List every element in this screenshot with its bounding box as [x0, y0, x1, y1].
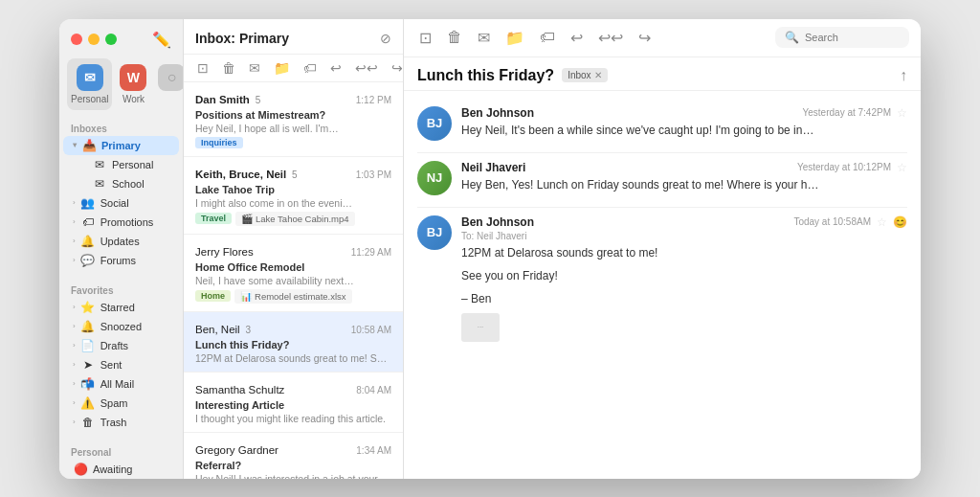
email-item[interactable]: Samantha Schultz 8:04 AM Interesting Art… — [184, 373, 403, 433]
delete-button[interactable]: 🗑 — [218, 58, 239, 78]
email-item-header: Dan Smith 5 1:12 PM — [195, 90, 391, 107]
favorites-section-label: Favorites — [59, 282, 183, 298]
message-meta: Yesterday at 7:42PM ☆ — [803, 106, 907, 120]
message-body: Hey Neil, It's been a while since we've … — [461, 122, 907, 139]
sidebar-item-spam[interactable]: › ⚠️ Spam — [63, 394, 179, 413]
message-sender: Ben Johnson — [461, 106, 534, 120]
archive-detail-button[interactable]: ⊡ — [415, 27, 435, 49]
filter-icon[interactable]: ⊘ — [380, 31, 391, 46]
search-input[interactable] — [805, 32, 900, 43]
chevron-right-icon: › — [73, 198, 76, 207]
message-line-2: See you on Friday! — [461, 267, 907, 284]
inquiries-tag: Inquiries — [195, 137, 243, 148]
compose-toolbar-button[interactable]: ✉ — [245, 58, 264, 78]
message-header: Ben Johnson Today at 10:58AM ☆ 😊 — [461, 215, 907, 229]
message: BJ Ben Johnson Yesterday at 7:42PM ☆ Hey… — [417, 99, 907, 153]
delete-detail-button[interactable]: 🗑 — [443, 27, 466, 48]
forward-button[interactable]: ↪ — [388, 58, 404, 78]
email-count: 5 — [253, 95, 260, 105]
message-thread: BJ Ben Johnson Yesterday at 7:42PM ☆ Hey… — [404, 91, 921, 479]
inbox-badge-close[interactable]: ✕ — [594, 70, 602, 80]
email-subject: Lunch this Friday? — [195, 339, 391, 350]
reply-all-detail-button[interactable]: ↩↩ — [594, 27, 627, 49]
forward-detail-button[interactable]: ↪ — [635, 27, 655, 49]
reply-all-button[interactable]: ↩↩ — [351, 58, 382, 78]
sidebar-item-trash[interactable]: › 🗑 Trash — [63, 413, 179, 432]
sidebar-item-primary[interactable]: ▾ 📥 Primary — [63, 136, 179, 155]
archive-button[interactable]: ⊡ — [193, 58, 212, 78]
star-button[interactable]: ☆ — [877, 215, 887, 229]
compose-detail-button[interactable]: ✉ — [474, 27, 494, 49]
close-button[interactable] — [71, 34, 82, 45]
sent-label: Sent — [100, 359, 122, 371]
email-preview: I thought you might like reading this ar… — [195, 413, 391, 424]
app-window: ✏️ ✉ Personal W Work ○ Inboxes ▾ 📥 Prima… — [59, 19, 921, 479]
sidebar-item-snoozed[interactable]: › 🔔 Snoozed — [63, 317, 179, 336]
primary-label: Primary — [101, 140, 141, 151]
reply-detail-button[interactable]: ↩ — [567, 27, 587, 49]
sender-name: Jerry Flores — [195, 246, 254, 258]
spam-icon: ⚠️ — [80, 396, 96, 410]
sidebar-item-starred[interactable]: › ⭐ Starred — [63, 298, 179, 317]
sidebar-item-school[interactable]: ✉ School — [84, 174, 179, 193]
email-list-header: Inbox: Primary ⊘ — [184, 19, 403, 55]
label-button[interactable]: 🏷 — [300, 58, 321, 78]
message-preview: Hey Ben, Yes! Lunch on Friday sounds gre… — [461, 176, 907, 193]
detail-subject-bar: Lunch this Friday? Inbox ✕ ↑ — [404, 57, 921, 91]
email-tags: Travel 🎬 Lake Tahoe Cabin.mp4 — [195, 212, 391, 226]
email-tags: Home 📊 Remodel estimate.xlsx — [195, 289, 391, 304]
label-detail-button[interactable]: 🏷 — [536, 27, 559, 48]
updates-label: Updates — [100, 236, 140, 247]
email-preview: Hey Neil! I was interested in a job at y… — [195, 473, 391, 479]
email-item-selected[interactable]: Ben, Neil 3 10:58 AM Lunch this Friday? … — [184, 312, 403, 373]
email-item[interactable]: Gregory Gardner 1:34 AM Referral? Hey Ne… — [184, 433, 403, 479]
message-line-3: – Ben — [461, 290, 907, 307]
emoji-button[interactable]: 😊 — [893, 215, 907, 229]
email-item[interactable]: Jerry Flores 11:29 AM Home Office Remode… — [184, 235, 403, 312]
email-item[interactable]: Keith, Bruce, Neil 5 1:03 PM Lake Tahoe … — [184, 157, 403, 235]
personal-tab-label: Personal — [71, 94, 108, 104]
star-button[interactable]: ☆ — [897, 106, 907, 120]
work-tab-label: Work — [122, 94, 145, 104]
updates-icon: 🔔 — [80, 235, 96, 248]
star-button[interactable]: ☆ — [897, 161, 907, 174]
chevron-right-icon: › — [73, 360, 76, 369]
sidebar-item-personal[interactable]: ✉ Personal — [84, 155, 179, 174]
sidebar-item-forums[interactable]: › 💬 Forums — [63, 251, 179, 270]
sidebar-item-updates[interactable]: › 🔔 Updates — [63, 232, 179, 251]
sidebar-item-drafts[interactable]: › 📄 Drafts — [63, 336, 179, 355]
message-preview: Hey Neil, It's been a while since we've … — [461, 122, 907, 139]
email-preview: Neil, I have some availability next… — [195, 275, 391, 286]
folder-button[interactable]: 📁 — [270, 58, 294, 78]
sidebar-item-promotions[interactable]: › 🏷 Promotions — [63, 213, 179, 232]
trash-icon: 🗑 — [80, 416, 96, 429]
compose-button[interactable]: ✏️ — [152, 31, 171, 49]
email-item[interactable]: Dan Smith 5 1:12 PM Positions at Mimestr… — [184, 82, 403, 157]
chevron-right-icon: › — [73, 341, 76, 350]
chevron-right-icon: › — [73, 418, 76, 426]
account-tab-personal[interactable]: ✉ Personal — [67, 58, 112, 110]
share-button[interactable]: ↑ — [900, 67, 907, 84]
reply-button[interactable]: ↩ — [326, 58, 345, 78]
folder-detail-button[interactable]: 📁 — [501, 27, 528, 49]
extra-icon: ○ — [158, 64, 184, 91]
social-icon: 👥 — [80, 196, 96, 210]
maximize-button[interactable] — [105, 34, 117, 45]
email-subject: Interesting Article — [195, 399, 391, 411]
chevron-down-icon: ▾ — [73, 141, 77, 149]
sidebar-item-all-mail[interactable]: › 📬 All Mail — [63, 374, 179, 394]
chevron-right-icon: › — [73, 237, 76, 245]
drafts-icon: 📄 — [80, 339, 96, 352]
email-time: 11:29 AM — [351, 247, 391, 258]
account-tab-work[interactable]: W Work — [116, 58, 150, 110]
personal-icon: ✉ — [77, 64, 103, 91]
sidebar-item-sent[interactable]: › ➤ Sent — [63, 355, 179, 374]
sidebar-item-awaiting[interactable]: 🔴 Awaiting — [63, 460, 179, 479]
email-subject: Lake Tahoe Trip — [195, 184, 391, 195]
account-tab-extra[interactable]: ○ — [154, 58, 184, 110]
forums-label: Forums — [100, 255, 136, 266]
message-meta: Yesterday at 10:12PM ☆ — [797, 161, 907, 174]
minimize-button[interactable] — [88, 34, 100, 45]
sidebar-item-social[interactable]: › 👥 Social — [63, 193, 179, 213]
email-detail-panel: ⊡ 🗑 ✉ 📁 🏷 ↩ ↩↩ ↪ 🔍 Lunch this Friday? In… — [404, 19, 921, 479]
